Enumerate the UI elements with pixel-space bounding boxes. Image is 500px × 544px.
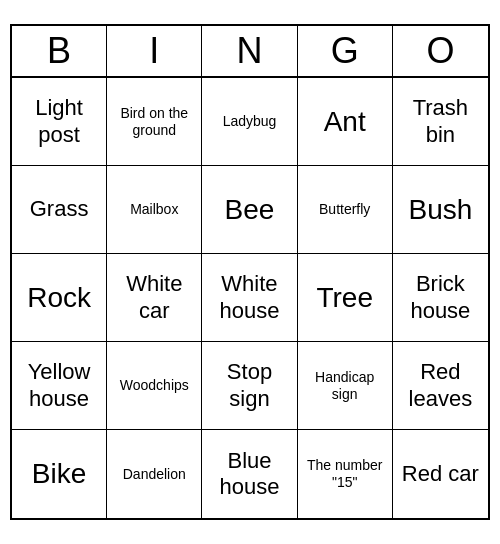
cell-label: Stop sign xyxy=(206,359,292,412)
bingo-cell[interactable]: The number "15" xyxy=(298,430,393,518)
cell-label: Woodchips xyxy=(120,377,189,394)
cell-label: Bird on the ground xyxy=(111,105,197,139)
bingo-cell[interactable]: Ant xyxy=(298,78,393,166)
bingo-cell[interactable]: Ladybug xyxy=(202,78,297,166)
cell-label: Ladybug xyxy=(223,113,277,130)
bingo-cell[interactable]: Bird on the ground xyxy=(107,78,202,166)
bingo-cell[interactable]: Red car xyxy=(393,430,488,518)
bingo-cell[interactable]: Stop sign xyxy=(202,342,297,430)
cell-label: Bee xyxy=(225,193,275,227)
cell-label: Tree xyxy=(316,281,373,315)
bingo-cell[interactable]: Dandelion xyxy=(107,430,202,518)
cell-label: Blue house xyxy=(206,448,292,501)
cell-label: Red leaves xyxy=(397,359,484,412)
header-letter: G xyxy=(298,26,393,76)
bingo-cell[interactable]: Butterfly xyxy=(298,166,393,254)
bingo-cell[interactable]: Tree xyxy=(298,254,393,342)
cell-label: Ant xyxy=(324,105,366,139)
bingo-cell[interactable]: Handicap sign xyxy=(298,342,393,430)
cell-label: White car xyxy=(111,271,197,324)
cell-label: Light post xyxy=(16,95,102,148)
bingo-cell[interactable]: Mailbox xyxy=(107,166,202,254)
cell-label: White house xyxy=(206,271,292,324)
cell-label: Red car xyxy=(402,461,479,487)
cell-label: Butterfly xyxy=(319,201,370,218)
bingo-cell[interactable]: Yellow house xyxy=(12,342,107,430)
bingo-cell[interactable]: Trash bin xyxy=(393,78,488,166)
cell-label: Grass xyxy=(30,196,89,222)
bingo-grid: Light postBird on the groundLadybugAntTr… xyxy=(12,78,488,518)
bingo-cell[interactable]: Brick house xyxy=(393,254,488,342)
cell-label: Brick house xyxy=(397,271,484,324)
cell-label: Trash bin xyxy=(397,95,484,148)
header-letter: B xyxy=(12,26,107,76)
header-letter: N xyxy=(202,26,297,76)
bingo-card: BINGO Light postBird on the groundLadybu… xyxy=(10,24,490,520)
bingo-cell[interactable]: White house xyxy=(202,254,297,342)
bingo-cell[interactable]: Red leaves xyxy=(393,342,488,430)
bingo-cell[interactable]: White car xyxy=(107,254,202,342)
cell-label: Rock xyxy=(27,281,91,315)
cell-label: Dandelion xyxy=(123,466,186,483)
cell-label: Handicap sign xyxy=(302,369,388,403)
cell-label: Bike xyxy=(32,457,86,491)
cell-label: Mailbox xyxy=(130,201,178,218)
cell-label: Yellow house xyxy=(16,359,102,412)
bingo-cell[interactable]: Bee xyxy=(202,166,297,254)
bingo-header: BINGO xyxy=(12,26,488,78)
bingo-cell[interactable]: Grass xyxy=(12,166,107,254)
cell-label: The number "15" xyxy=(302,457,388,491)
bingo-cell[interactable]: Bike xyxy=(12,430,107,518)
bingo-cell[interactable]: Bush xyxy=(393,166,488,254)
header-letter: I xyxy=(107,26,202,76)
bingo-cell[interactable]: Rock xyxy=(12,254,107,342)
cell-label: Bush xyxy=(408,193,472,227)
bingo-cell[interactable]: Woodchips xyxy=(107,342,202,430)
bingo-cell[interactable]: Blue house xyxy=(202,430,297,518)
header-letter: O xyxy=(393,26,488,76)
bingo-cell[interactable]: Light post xyxy=(12,78,107,166)
